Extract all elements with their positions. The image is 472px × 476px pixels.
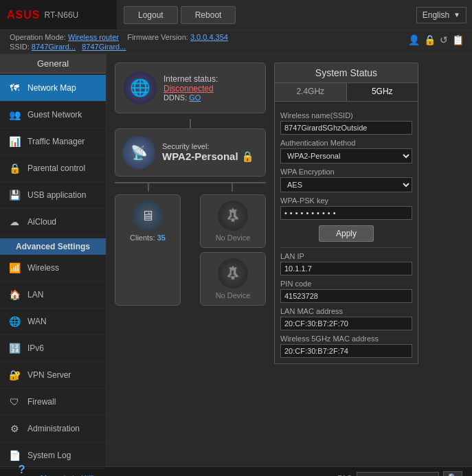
sidebar-item-network-map[interactable]: 🗺 Network Map (0, 75, 106, 102)
info-icons: 👤 🔒 ↺ 📋 (408, 34, 464, 45)
lan-mac-value: 20:CF:30:B7:2F:70 (280, 317, 412, 330)
system-status-body: Wireless name(SSID) Authentication Metho… (274, 102, 418, 364)
footer-search-input[interactable] (357, 472, 439, 477)
sidebar-label-firewall: Firewall (27, 397, 56, 407)
sidebar-general-header: General (0, 54, 106, 73)
auth-method-select[interactable]: WPA2-Personal (280, 148, 412, 163)
ipv6-icon: 🔢 (7, 341, 22, 356)
sidebar-label-system-log: System Log (27, 451, 71, 460)
sidebar-item-aicloud[interactable]: ☁ AiCloud (0, 209, 106, 236)
tab-24ghz[interactable]: 2.4GHz (275, 83, 347, 101)
sidebar-label-administration: Administration (27, 424, 80, 433)
router-box: 📡 Security level: WPA2-Personal 🔒 (115, 128, 266, 177)
internet-status-label: Internet status: (164, 74, 218, 84)
help-icon: ? (19, 464, 25, 476)
ddns-row: DDNS: GO (164, 93, 218, 102)
faq-label: FAQ (337, 474, 352, 477)
help-support[interactable]: ? Help &Support (10, 464, 34, 477)
ssid-label: SSID: (10, 43, 30, 51)
clipboard-icon[interactable]: 📋 (452, 34, 464, 45)
ssid-value1[interactable]: 8747Girard... (32, 43, 76, 51)
lock-icon: 🔒 (241, 150, 254, 162)
info-bar: Operation Mode: Wireless router Firmware… (0, 30, 472, 54)
lan-ip-label: LAN IP (280, 252, 412, 260)
client-count: 35 (157, 234, 166, 242)
sidebar-label-network-map: Network Map (27, 83, 76, 93)
network-map-panel: 🌐 Internet status: Disconnected DDNS: GO… (115, 63, 464, 458)
header-nav: Logout Reboot English ▼ (117, 0, 472, 30)
auth-method-label: Authentication Method (280, 139, 412, 147)
sidebar-item-traffic-manager[interactable]: 📊 Traffic Manager (0, 128, 106, 155)
system-status-panel: System Status 2.4GHz 5GHz Wireless name(… (274, 63, 418, 458)
clients-label-text: Clients: (130, 234, 155, 242)
user-icon[interactable]: 👤 (408, 34, 420, 45)
firmware-label: Firmware Version: (127, 33, 188, 41)
router-icon: 📡 (122, 136, 155, 169)
language-selector[interactable]: English ▼ (416, 7, 467, 23)
system-log-icon: 📄 (7, 448, 22, 463)
wpa-enc-label: WPA Encryption (280, 168, 412, 176)
sidebar-item-wireless[interactable]: 📶 Wireless (0, 255, 106, 282)
traffic-manager-icon: 📊 (7, 134, 22, 149)
sidebar-label-wan: WAN (27, 317, 47, 326)
manual-link[interactable]: Manual (41, 474, 65, 477)
vpn-icon: 🔐 (7, 367, 22, 383)
tab-5ghz[interactable]: 5GHz (347, 83, 418, 101)
sidebar-item-parental-control[interactable]: 🔒 Parental control (0, 155, 106, 182)
wpa-enc-select[interactable]: AES (280, 177, 412, 192)
connector-internet-router (190, 119, 191, 128)
wireless-icon: 📶 (7, 260, 22, 275)
sidebar-item-administration[interactable]: ⚙ Administration (0, 416, 106, 442)
ddns-link[interactable]: GO (189, 93, 201, 102)
security-level-label: Security level: (162, 142, 254, 150)
pin-code-label: PIN code (280, 280, 412, 288)
no-device-column: No Device No Device (200, 194, 266, 306)
sidebar-label-lan: LAN (27, 290, 43, 299)
wpa-enc-select-wrap: AES (280, 177, 412, 192)
operation-mode-value[interactable]: Wireless router (68, 33, 119, 41)
sidebar-item-wan[interactable]: 🌐 WAN (0, 308, 106, 335)
guest-network-icon: 👥 (7, 107, 22, 122)
firmware-value[interactable]: 3.0.0.4.354 (190, 33, 228, 41)
content-area: 🌐 Internet status: Disconnected DDNS: GO… (106, 54, 472, 466)
reboot-button[interactable]: Reboot (181, 6, 236, 24)
internet-status-value[interactable]: Disconnected (164, 84, 218, 93)
sidebar-item-usb-application[interactable]: 💾 USB application (0, 182, 106, 209)
client-box[interactable]: 🖥 Clients: 35 (115, 194, 181, 306)
logout-button[interactable]: Logout (124, 6, 178, 24)
sidebar: General 🗺 Network Map 👥 Guest Network 📊 … (0, 54, 106, 466)
footer-right: FAQ 🔍 (337, 471, 462, 476)
no-device-box-2: No Device (200, 252, 266, 306)
wpa-psk-input[interactable] (280, 206, 412, 220)
parental-control-icon: 🔒 (7, 161, 22, 176)
sidebar-item-ipv6[interactable]: 🔢 IPv6 (0, 335, 106, 362)
ssid-value2[interactable]: 8747Girard... (82, 43, 126, 51)
footer-separator: | (72, 474, 74, 477)
sidebar-label-aicloud: AiCloud (27, 217, 56, 227)
wireless-name-input[interactable] (280, 121, 412, 135)
apply-button[interactable]: Apply (319, 225, 374, 242)
usb-nodevice-icon-2 (218, 258, 248, 288)
client-label: Clients: 35 (130, 234, 166, 242)
refresh-icon[interactable]: ↺ (440, 34, 448, 45)
internet-box: 🌐 Internet status: Disconnected DDNS: GO (115, 63, 266, 113)
sidebar-item-guest-network[interactable]: 👥 Guest Network (0, 102, 106, 128)
auth-method-select-wrap: WPA2-Personal (280, 148, 412, 163)
sidebar-item-firewall[interactable]: 🛡 Firewall (0, 389, 106, 416)
lan-mac-label: LAN MAC address (280, 307, 412, 315)
sidebar-advanced-header: Advanced Settings (0, 238, 106, 255)
logo-asus: ASUS (7, 9, 40, 21)
security-level-value: WPA2-Personal 🔒 (162, 150, 254, 163)
internet-globe-icon: 🌐 (124, 71, 157, 104)
lan-icon: 🏠 (7, 287, 22, 302)
info-bar-row2: SSID: 8747Girard... 8747Girard... (10, 43, 462, 51)
no-device-box-1: No Device (200, 194, 266, 248)
lock-header-icon[interactable]: 🔒 (424, 34, 436, 45)
administration-icon: ⚙ (7, 421, 22, 436)
client-icon: 🖥 (133, 201, 163, 231)
utility-link[interactable]: Utility (81, 474, 100, 477)
usb-icon: 💾 (7, 188, 22, 203)
sidebar-item-lan[interactable]: 🏠 LAN (0, 282, 106, 308)
sidebar-item-vpn-server[interactable]: 🔐 VPN Server (0, 362, 106, 389)
footer-search-button[interactable]: 🔍 (443, 471, 462, 476)
